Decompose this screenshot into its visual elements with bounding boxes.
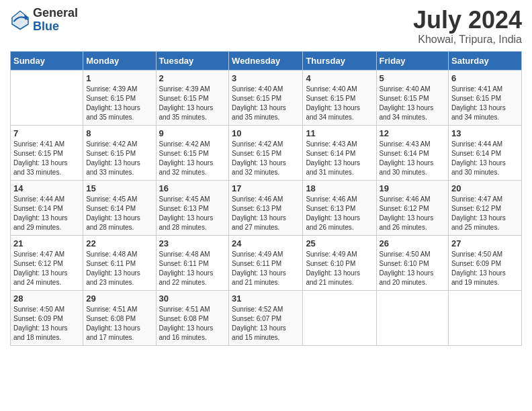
day-cell <box>376 290 449 345</box>
day-number: 15 <box>86 183 152 193</box>
week-row-3: 14Sunrise: 4:44 AMSunset: 6:14 PMDayligh… <box>11 180 522 235</box>
day-number: 9 <box>159 128 226 138</box>
day-cell: 4Sunrise: 4:40 AMSunset: 6:15 PMDaylight… <box>303 70 376 125</box>
day-info: Sunrise: 4:39 AMSunset: 6:15 PMDaylight:… <box>86 85 152 122</box>
day-info: Sunrise: 4:43 AMSunset: 6:14 PMDaylight:… <box>306 140 373 177</box>
day-number: 28 <box>13 293 80 304</box>
day-cell: 24Sunrise: 4:49 AMSunset: 6:11 PMDayligh… <box>229 235 303 290</box>
day-info: Sunrise: 4:43 AMSunset: 6:14 PMDaylight:… <box>380 140 446 177</box>
logo-icon <box>10 10 30 30</box>
week-row-5: 28Sunrise: 4:50 AMSunset: 6:09 PMDayligh… <box>11 290 522 345</box>
day-cell: 8Sunrise: 4:42 AMSunset: 6:15 PMDaylight… <box>83 125 156 180</box>
day-number: 3 <box>232 73 300 83</box>
day-cell: 28Sunrise: 4:50 AMSunset: 6:09 PMDayligh… <box>11 290 83 345</box>
day-cell: 9Sunrise: 4:42 AMSunset: 6:15 PMDaylight… <box>156 125 229 180</box>
week-row-1: 1Sunrise: 4:39 AMSunset: 6:15 PMDaylight… <box>11 70 522 125</box>
header-cell-monday: Monday <box>83 51 156 70</box>
day-cell: 6Sunrise: 4:41 AMSunset: 6:15 PMDaylight… <box>449 70 522 125</box>
day-cell: 14Sunrise: 4:44 AMSunset: 6:14 PMDayligh… <box>11 180 83 235</box>
day-number: 26 <box>380 238 446 248</box>
month-year-title: July 2024 <box>413 7 522 34</box>
day-info: Sunrise: 4:39 AMSunset: 6:15 PMDaylight:… <box>159 85 226 122</box>
day-number: 4 <box>306 73 373 83</box>
day-cell: 3Sunrise: 4:40 AMSunset: 6:15 PMDaylight… <box>229 70 303 125</box>
day-number: 27 <box>451 238 519 248</box>
day-cell: 16Sunrise: 4:45 AMSunset: 6:13 PMDayligh… <box>156 180 229 235</box>
day-cell: 15Sunrise: 4:45 AMSunset: 6:14 PMDayligh… <box>83 180 156 235</box>
day-number: 6 <box>451 73 519 83</box>
day-cell <box>449 290 522 345</box>
day-info: Sunrise: 4:49 AMSunset: 6:10 PMDaylight:… <box>306 250 373 287</box>
header-cell-thursday: Thursday <box>303 51 376 70</box>
header-cell-wednesday: Wednesday <box>229 51 303 70</box>
day-info: Sunrise: 4:41 AMSunset: 6:15 PMDaylight:… <box>13 140 80 177</box>
day-cell: 1Sunrise: 4:39 AMSunset: 6:15 PMDaylight… <box>83 70 156 125</box>
day-cell: 25Sunrise: 4:49 AMSunset: 6:10 PMDayligh… <box>303 235 376 290</box>
page-header: General Blue July 2024 Khowai, Tripura, … <box>10 7 522 46</box>
day-number: 19 <box>380 183 446 193</box>
day-number: 1 <box>86 73 152 83</box>
header-cell-saturday: Saturday <box>449 51 522 70</box>
day-cell: 30Sunrise: 4:51 AMSunset: 6:08 PMDayligh… <box>156 290 229 345</box>
day-info: Sunrise: 4:45 AMSunset: 6:14 PMDaylight:… <box>86 195 152 232</box>
day-number: 31 <box>232 293 300 304</box>
day-cell: 11Sunrise: 4:43 AMSunset: 6:14 PMDayligh… <box>303 125 376 180</box>
day-number: 14 <box>13 183 80 193</box>
day-number: 22 <box>86 238 152 248</box>
day-cell: 12Sunrise: 4:43 AMSunset: 6:14 PMDayligh… <box>376 125 449 180</box>
day-cell <box>11 70 83 125</box>
day-number: 18 <box>306 183 373 193</box>
day-cell: 29Sunrise: 4:51 AMSunset: 6:08 PMDayligh… <box>83 290 156 345</box>
day-cell: 18Sunrise: 4:46 AMSunset: 6:13 PMDayligh… <box>303 180 376 235</box>
day-info: Sunrise: 4:48 AMSunset: 6:11 PMDaylight:… <box>86 250 152 287</box>
day-cell: 13Sunrise: 4:44 AMSunset: 6:14 PMDayligh… <box>449 125 522 180</box>
day-info: Sunrise: 4:48 AMSunset: 6:11 PMDaylight:… <box>159 250 226 287</box>
day-info: Sunrise: 4:40 AMSunset: 6:15 PMDaylight:… <box>232 85 300 122</box>
day-info: Sunrise: 4:42 AMSunset: 6:15 PMDaylight:… <box>159 140 226 177</box>
location-subtitle: Khowai, Tripura, India <box>413 34 522 46</box>
day-number: 2 <box>159 73 226 83</box>
day-info: Sunrise: 4:42 AMSunset: 6:15 PMDaylight:… <box>86 140 152 177</box>
day-number: 17 <box>232 183 300 193</box>
logo-blue: Blue <box>33 19 59 33</box>
day-cell: 19Sunrise: 4:46 AMSunset: 6:12 PMDayligh… <box>376 180 449 235</box>
day-number: 25 <box>306 238 373 248</box>
day-cell: 26Sunrise: 4:50 AMSunset: 6:10 PMDayligh… <box>376 235 449 290</box>
day-cell: 5Sunrise: 4:40 AMSunset: 6:15 PMDaylight… <box>376 70 449 125</box>
day-info: Sunrise: 4:52 AMSunset: 6:07 PMDaylight:… <box>232 305 300 342</box>
day-cell: 22Sunrise: 4:48 AMSunset: 6:11 PMDayligh… <box>83 235 156 290</box>
day-info: Sunrise: 4:51 AMSunset: 6:08 PMDaylight:… <box>159 305 226 342</box>
day-number: 29 <box>86 293 152 304</box>
calendar-table: SundayMondayTuesdayWednesdayThursdayFrid… <box>10 51 522 346</box>
day-info: Sunrise: 4:47 AMSunset: 6:12 PMDaylight:… <box>451 195 519 232</box>
day-info: Sunrise: 4:40 AMSunset: 6:15 PMDaylight:… <box>380 85 446 122</box>
day-info: Sunrise: 4:50 AMSunset: 6:10 PMDaylight:… <box>380 250 446 287</box>
day-info: Sunrise: 4:44 AMSunset: 6:14 PMDaylight:… <box>451 140 519 177</box>
day-cell: 21Sunrise: 4:47 AMSunset: 6:12 PMDayligh… <box>11 235 83 290</box>
day-number: 8 <box>86 128 152 138</box>
logo-general: General <box>33 6 78 19</box>
day-cell <box>303 290 376 345</box>
day-number: 21 <box>13 238 80 248</box>
day-number: 30 <box>159 293 226 304</box>
logo: General Blue <box>10 7 78 34</box>
day-number: 10 <box>232 128 300 138</box>
day-info: Sunrise: 4:51 AMSunset: 6:08 PMDaylight:… <box>86 305 152 342</box>
day-info: Sunrise: 4:49 AMSunset: 6:11 PMDaylight:… <box>232 250 300 287</box>
title-block: July 2024 Khowai, Tripura, India <box>413 7 522 46</box>
day-number: 7 <box>13 128 80 138</box>
day-number: 20 <box>451 183 519 193</box>
day-cell: 17Sunrise: 4:46 AMSunset: 6:13 PMDayligh… <box>229 180 303 235</box>
day-info: Sunrise: 4:47 AMSunset: 6:12 PMDaylight:… <box>13 250 80 287</box>
day-number: 23 <box>159 238 226 248</box>
day-number: 12 <box>380 128 446 138</box>
day-info: Sunrise: 4:42 AMSunset: 6:15 PMDaylight:… <box>232 140 300 177</box>
day-info: Sunrise: 4:40 AMSunset: 6:15 PMDaylight:… <box>306 85 373 122</box>
day-number: 5 <box>380 73 446 83</box>
day-number: 24 <box>232 238 300 248</box>
day-info: Sunrise: 4:46 AMSunset: 6:13 PMDaylight:… <box>232 195 300 232</box>
day-info: Sunrise: 4:46 AMSunset: 6:12 PMDaylight:… <box>380 195 446 232</box>
day-cell: 27Sunrise: 4:50 AMSunset: 6:09 PMDayligh… <box>449 235 522 290</box>
calendar-body: 1Sunrise: 4:39 AMSunset: 6:15 PMDaylight… <box>11 70 522 345</box>
day-number: 16 <box>159 183 226 193</box>
